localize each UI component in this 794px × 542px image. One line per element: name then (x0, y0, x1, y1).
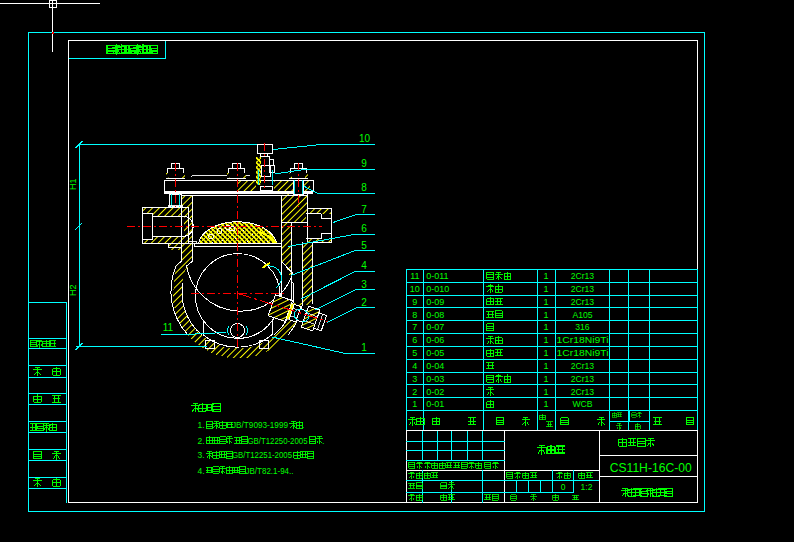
svg-text:0-010: 0-010 (426, 284, 449, 294)
svg-text:11: 11 (163, 322, 174, 333)
svg-text:0-06: 0-06 (426, 335, 444, 345)
svg-text:1:2: 1:2 (581, 482, 593, 492)
svg-text:1: 1 (544, 310, 549, 320)
svg-text:316: 316 (575, 322, 590, 332)
svg-text:8: 8 (412, 310, 417, 320)
svg-text:10: 10 (410, 284, 420, 294)
svg-text:7: 7 (361, 204, 367, 215)
svg-text:6: 6 (412, 335, 417, 345)
svg-text:0-09: 0-09 (426, 297, 444, 307)
svg-text:4: 4 (412, 361, 417, 371)
svg-text:1: 1 (361, 342, 367, 353)
svg-text:2: 2 (361, 297, 367, 308)
svg-text:1: 1 (544, 284, 549, 294)
svg-text:2Cr13: 2Cr13 (571, 297, 595, 307)
svg-text:9: 9 (361, 158, 367, 169)
svg-text:3.: 3. (198, 450, 205, 460)
svg-text:1Cr18Ni9Ti: 1Cr18Ni9Ti (556, 348, 608, 358)
svg-text:0-011: 0-011 (426, 271, 448, 281)
svg-text:1: 1 (544, 387, 549, 397)
svg-text:WCB: WCB (572, 399, 592, 409)
svg-text:1: 1 (412, 399, 417, 409)
svg-text:0-02: 0-02 (426, 387, 444, 397)
svg-text:A105: A105 (572, 310, 592, 320)
svg-text:10: 10 (359, 133, 371, 144)
svg-text:4.: 4. (198, 466, 205, 476)
svg-text:6: 6 (361, 223, 367, 234)
svg-text:0: 0 (561, 482, 566, 492)
svg-text:11: 11 (410, 271, 419, 281)
svg-text:8: 8 (361, 182, 367, 193)
svg-text:3: 3 (412, 374, 417, 384)
svg-text:1: 1 (544, 297, 549, 307)
svg-text:1: 1 (544, 374, 549, 384)
svg-text:2Cr13: 2Cr13 (571, 361, 595, 371)
svg-text:2Cr13: 2Cr13 (571, 284, 595, 294)
svg-text:GB/T12250-2005: GB/T12250-2005 (248, 436, 308, 446)
svg-text:1: 1 (544, 399, 549, 409)
svg-text:.: . (302, 420, 304, 430)
svg-text:0-01: 0-01 (426, 399, 444, 409)
svg-text:5: 5 (412, 348, 417, 358)
svg-text:9: 9 (412, 297, 417, 307)
svg-text:JB/T9093-1999: JB/T9093-1999 (232, 420, 288, 430)
svg-text:H1: H1 (68, 178, 78, 190)
svg-text:1: 1 (544, 348, 549, 358)
svg-text:2Cr13: 2Cr13 (571, 387, 595, 397)
svg-text:CS11H-16C-00: CS11H-16C-00 (610, 461, 692, 475)
svg-text:1: 1 (544, 271, 549, 281)
svg-text:0-05: 0-05 (426, 348, 444, 358)
svg-text:2Cr13: 2Cr13 (571, 271, 595, 281)
svg-text:3: 3 (361, 279, 367, 290)
svg-text:0-08: 0-08 (426, 310, 444, 320)
svg-text:1.: 1. (198, 420, 205, 430)
svg-text:.: . (322, 436, 324, 446)
svg-text:5: 5 (361, 240, 367, 251)
svg-text:1: 1 (544, 335, 549, 345)
svg-text:1: 1 (544, 322, 549, 332)
svg-text:7: 7 (412, 322, 417, 332)
svg-text:4: 4 (361, 260, 367, 271)
svg-text:0-03: 0-03 (426, 374, 444, 384)
svg-text:JB/T82.1-94..: JB/T82.1-94.. (246, 466, 294, 476)
svg-text:H2: H2 (68, 284, 78, 296)
svg-text:2Cr13: 2Cr13 (571, 374, 595, 384)
svg-text:0-07: 0-07 (426, 322, 444, 332)
svg-text:1Cr18Ni9Ti: 1Cr18Ni9Ti (556, 335, 608, 345)
svg-text:1: 1 (544, 361, 549, 371)
svg-text:2: 2 (412, 387, 417, 397)
svg-text:2.: 2. (198, 436, 205, 446)
svg-text:0-04: 0-04 (426, 361, 444, 371)
svg-text:GB/T12251-2005: GB/T12251-2005 (232, 450, 292, 460)
